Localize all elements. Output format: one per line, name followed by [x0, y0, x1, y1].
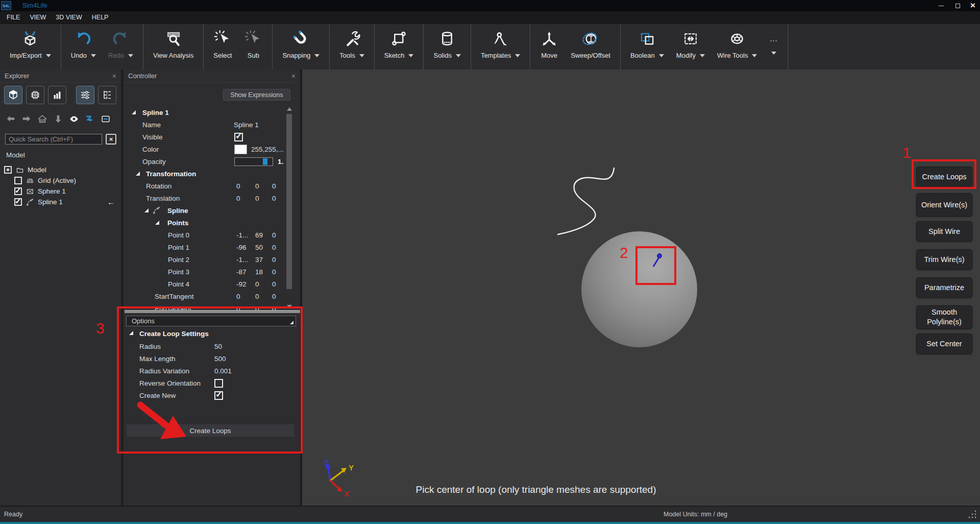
property-row-opacity[interactable]: Opacity1.. [124, 155, 284, 168]
collapse-button[interactable] [100, 113, 111, 127]
home-button[interactable] [37, 113, 48, 127]
toolbar-button-wire-tools[interactable]: Wire Tools [711, 24, 763, 69]
arrow-right-button[interactable] [21, 113, 32, 127]
toolbar-button-select[interactable]: Select [207, 24, 238, 69]
zigzag-button[interactable] [84, 113, 95, 127]
vector-value[interactable]: 0 [255, 305, 259, 311]
expander-icon[interactable] [144, 208, 149, 212]
visibility-checkbox[interactable] [14, 177, 22, 184]
property-value[interactable]: Spline 1 [234, 121, 259, 129]
visibility-checkbox[interactable] [14, 187, 22, 195]
setting-value[interactable]: 50 [214, 343, 222, 350]
setting-checkbox[interactable] [214, 379, 223, 388]
create-loops-panel-button[interactable]: Create Loops [126, 424, 295, 437]
property-row-point-0[interactable]: Point 0-1...690 [124, 229, 284, 241]
resize-grip-icon[interactable] [967, 509, 977, 519]
vector-value[interactable]: 0 [272, 182, 276, 190]
vector-value[interactable]: 0 [255, 293, 259, 300]
smooth-polyline-s-button[interactable]: Smooth Polyline(s) [916, 305, 972, 329]
setting-row-reverse-orientation[interactable]: Reverse Orientation [124, 377, 297, 389]
vector-value[interactable]: -87 [236, 268, 247, 276]
split-wire-button[interactable]: Split Wire [916, 221, 972, 242]
vector-value[interactable]: 0 [272, 268, 276, 276]
property-row-point-3[interactable]: Point 3-87180 [124, 266, 284, 278]
create-loops-button[interactable]: Create Loops [916, 166, 972, 187]
toolbar-button-view-analysis[interactable]: View Analysis [147, 24, 200, 69]
vector-value[interactable]: 69 [255, 231, 263, 239]
maximize-button[interactable] [949, 0, 966, 11]
vector-value[interactable]: 0 [255, 195, 259, 202]
property-scrollbar[interactable] [286, 107, 292, 308]
toolbar-button-overflow[interactable]: … [763, 24, 784, 69]
minimize-button[interactable] [933, 0, 949, 11]
controller-close-icon[interactable]: × [291, 72, 296, 80]
setting-row-radius[interactable]: Radius50 [124, 340, 297, 352]
tree-item-model[interactable]: Model [0, 164, 121, 175]
property-row-endtangent[interactable]: EndTangent000 [124, 302, 284, 310]
property-row-points[interactable]: Points [124, 217, 284, 229]
setting-checkbox[interactable] [214, 391, 223, 400]
setting-value[interactable]: 500 [214, 355, 226, 363]
search-input[interactable] [5, 134, 102, 145]
vector-value[interactable]: 0 [272, 305, 276, 311]
property-row-visible[interactable]: Visible [124, 131, 284, 143]
toolbar-button-sketch[interactable]: Sketch [378, 24, 420, 69]
toolbar-button-tools[interactable]: Tools [333, 24, 370, 69]
setting-row-create-new[interactable]: Create New [124, 389, 297, 401]
toolbar-button-snapping[interactable]: Snapping [276, 24, 326, 69]
vector-value[interactable]: -1... [236, 231, 248, 239]
toolbar-button-move[interactable]: Move [534, 24, 565, 69]
setting-value[interactable]: 0.001 [214, 367, 232, 375]
toolbar-button-redo[interactable]: Redo [102, 24, 139, 69]
cube-view-button[interactable] [4, 86, 22, 104]
hierarchy-view-button[interactable] [98, 86, 116, 104]
chip-view-button[interactable] [26, 86, 44, 104]
close-button[interactable]: × [966, 0, 980, 11]
property-checkbox[interactable] [234, 133, 243, 141]
arrow-left-button[interactable] [5, 113, 16, 127]
vector-value[interactable]: 0 [272, 293, 276, 300]
vector-value[interactable]: 0 [236, 305, 240, 311]
vector-value[interactable]: 18 [255, 268, 263, 276]
toolbar-button-modify[interactable]: Modify [670, 24, 711, 69]
vector-value[interactable]: 37 [255, 256, 263, 264]
arrow-down-button[interactable] [53, 113, 64, 127]
expander-icon[interactable] [132, 110, 136, 114]
expander-icon[interactable] [136, 172, 140, 176]
property-row-spline[interactable]: Spline [124, 204, 284, 217]
property-row-spline-1[interactable]: Spline 1 [124, 106, 284, 118]
toolbar-button-solids[interactable]: Solids [427, 24, 467, 69]
show-expressions-button[interactable]: Show Expressions [223, 89, 290, 101]
settings-group-row[interactable]: Create Loop Settings [124, 327, 297, 340]
setting-row-max-length[interactable]: Max Length500 [124, 352, 297, 365]
visibility-checkbox[interactable] [14, 198, 22, 206]
chart-view-button[interactable] [48, 86, 66, 104]
property-row-name[interactable]: NameSpline 1 [124, 118, 284, 131]
vector-value[interactable]: 0 [236, 182, 240, 190]
vector-value[interactable]: 0 [255, 280, 259, 288]
toolbar-button-imp-export[interactable]: Imp/Export [4, 24, 57, 69]
expander-icon[interactable] [155, 221, 159, 225]
menu-file[interactable]: FILE [7, 14, 20, 21]
tree-item-sphere-1[interactable]: Sphere 1 [0, 186, 121, 197]
vector-value[interactable]: 50 [255, 244, 263, 251]
toolbar-button-boolean[interactable]: Boolean [624, 24, 670, 69]
scroll-up-icon[interactable] [287, 107, 292, 111]
scroll-thumb[interactable] [286, 114, 292, 289]
property-row-starttangent[interactable]: StartTangent000 [124, 290, 284, 302]
property-row-color[interactable]: Color255,255,... [124, 143, 284, 155]
property-row-point-2[interactable]: Point 2-1...370 [124, 253, 284, 266]
vector-value[interactable]: 0 [255, 182, 259, 190]
toolbar-button-undo[interactable]: Undo [65, 24, 102, 69]
vector-value[interactable]: 0 [272, 280, 276, 288]
property-row-translation[interactable]: Translation000 [124, 192, 284, 204]
menu-3d-view[interactable]: 3D VIEW [56, 14, 82, 21]
sphere-object[interactable] [581, 231, 697, 347]
vector-value[interactable]: 0 [272, 256, 276, 264]
vector-value[interactable]: -96 [236, 244, 247, 251]
setting-row-radius-variation[interactable]: Radius Variation0.001 [124, 365, 297, 377]
vector-value[interactable]: -92 [236, 280, 247, 288]
property-row-rotation[interactable]: Rotation000 [124, 180, 284, 192]
menu-view[interactable]: VIEW [30, 14, 46, 21]
orient-wire-s-button[interactable]: Orient Wire(s) [916, 193, 972, 217]
